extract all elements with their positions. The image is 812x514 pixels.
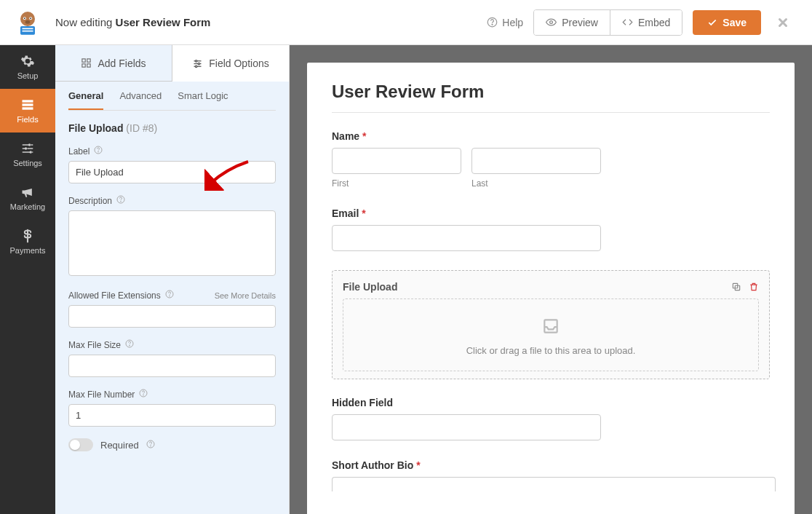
svg-point-35 bbox=[130, 345, 130, 346]
eye-icon bbox=[546, 17, 557, 28]
svg-point-11 bbox=[550, 21, 553, 24]
check-icon bbox=[707, 17, 717, 28]
svg-point-33 bbox=[169, 296, 170, 296]
label-text: Max File Size bbox=[68, 340, 121, 350]
help-icon[interactable] bbox=[165, 290, 174, 301]
last-name-input[interactable] bbox=[471, 148, 601, 174]
svg-point-27 bbox=[196, 66, 198, 68]
grid-icon bbox=[81, 58, 92, 68]
sidenav-label: Payments bbox=[10, 246, 46, 255]
left-panel: Add Fields Field Options General Advance… bbox=[55, 45, 290, 514]
sublabel-last: Last bbox=[471, 178, 601, 189]
svg-point-31 bbox=[121, 201, 122, 202]
sidenav-item-payments[interactable]: Payments bbox=[0, 220, 55, 264]
sidenav-item-setup[interactable]: Setup bbox=[0, 45, 55, 89]
svg-rect-18 bbox=[82, 59, 85, 62]
field-label: Email * bbox=[332, 207, 770, 219]
svg-rect-12 bbox=[23, 100, 33, 102]
sublabel-first: First bbox=[332, 178, 461, 189]
field-file-upload-selected[interactable]: File Upload Click or drag a file to this… bbox=[332, 270, 770, 379]
preview-button[interactable]: Preview bbox=[534, 10, 610, 35]
tab-label: Add Fields bbox=[97, 58, 146, 69]
svg-point-17 bbox=[30, 151, 32, 153]
sidenav-item-settings[interactable]: Settings bbox=[0, 133, 55, 176]
save-button[interactable]: Save bbox=[693, 10, 761, 35]
help-icon[interactable] bbox=[94, 146, 103, 157]
field-label: Name * bbox=[332, 130, 770, 142]
extensions-input[interactable] bbox=[68, 305, 276, 328]
topbar: Now editing User Review Form Help Previe… bbox=[0, 0, 812, 45]
sidenav-label: Marketing bbox=[10, 202, 45, 211]
svg-rect-14 bbox=[23, 107, 33, 109]
description-input[interactable] bbox=[68, 210, 276, 276]
field-actions bbox=[731, 282, 759, 292]
svg-rect-7 bbox=[23, 28, 33, 29]
help-link[interactable]: Help bbox=[487, 17, 523, 28]
trash-icon[interactable] bbox=[749, 282, 759, 292]
panel-tabs: Add Fields Field Options bbox=[55, 45, 289, 82]
subtab-advanced[interactable]: Advanced bbox=[119, 90, 162, 110]
row-max-size: Max File Size bbox=[68, 339, 276, 377]
label-text: Max File Number bbox=[68, 390, 135, 400]
svg-point-16 bbox=[25, 147, 27, 149]
svg-rect-13 bbox=[23, 103, 33, 106]
field-subtabs: General Advanced Smart Logic bbox=[55, 82, 289, 110]
subtab-smart-logic[interactable]: Smart Logic bbox=[178, 90, 228, 110]
editing-prefix: Now editing bbox=[55, 16, 116, 28]
field-type-name: File Upload bbox=[68, 122, 123, 134]
upload-dropzone[interactable]: Click or drag a file to this area to upl… bbox=[343, 298, 759, 371]
field-name[interactable]: Name * First Last bbox=[332, 130, 770, 189]
field-short-bio[interactable]: Short Author Bio * bbox=[332, 459, 770, 491]
svg-point-3 bbox=[24, 17, 25, 19]
svg-point-26 bbox=[198, 63, 200, 65]
editing-title: Now editing User Review Form bbox=[55, 16, 210, 28]
svg-rect-21 bbox=[87, 64, 90, 67]
sidenav: Setup Fields Settings Marketing Payments bbox=[0, 45, 55, 514]
required-label: Required bbox=[100, 440, 139, 451]
svg-point-0 bbox=[20, 12, 35, 26]
embed-button[interactable]: Embed bbox=[610, 10, 682, 35]
help-icon[interactable] bbox=[139, 389, 148, 400]
svg-point-10 bbox=[492, 24, 493, 25]
tab-label: Field Options bbox=[209, 58, 268, 69]
bullhorn-icon bbox=[20, 185, 35, 199]
first-name-input[interactable] bbox=[332, 148, 461, 174]
help-icon[interactable] bbox=[116, 195, 125, 206]
subtab-general[interactable]: General bbox=[68, 90, 103, 110]
field-hidden[interactable]: Hidden Field bbox=[332, 397, 770, 440]
help-label: Help bbox=[502, 17, 523, 28]
panel-body: File Upload (ID #8) Label Description bbox=[55, 111, 289, 514]
form-canvas: User Review Form Name * First Last bbox=[290, 45, 812, 514]
form-icon bbox=[20, 98, 35, 112]
svg-rect-8 bbox=[23, 30, 33, 31]
help-icon[interactable] bbox=[125, 339, 134, 350]
field-id: (ID #8) bbox=[126, 122, 157, 134]
tab-add-fields[interactable]: Add Fields bbox=[55, 45, 172, 82]
email-input[interactable] bbox=[332, 225, 601, 251]
close-button[interactable] bbox=[767, 16, 799, 29]
form-card: User Review Form Name * First Last bbox=[307, 63, 795, 514]
row-extensions: Allowed File Extensions See More Details bbox=[68, 290, 276, 328]
field-email[interactable]: Email * bbox=[332, 207, 770, 251]
label-input[interactable] bbox=[68, 161, 276, 183]
see-more-details-link[interactable]: See More Details bbox=[215, 291, 276, 300]
sliders-icon bbox=[192, 58, 203, 69]
svg-point-15 bbox=[28, 143, 31, 146]
tab-field-options[interactable]: Field Options bbox=[172, 45, 289, 82]
bio-input[interactable] bbox=[332, 477, 776, 491]
row-required: Required bbox=[68, 438, 276, 451]
required-toggle[interactable] bbox=[68, 438, 93, 451]
sidenav-item-fields[interactable]: Fields bbox=[0, 89, 55, 133]
sidenav-item-marketing[interactable]: Marketing bbox=[0, 176, 55, 220]
required-asterisk: * bbox=[362, 130, 366, 142]
hidden-input[interactable] bbox=[332, 414, 601, 440]
preview-embed-group: Preview Embed bbox=[533, 9, 682, 36]
duplicate-icon[interactable] bbox=[731, 282, 741, 292]
max-number-input[interactable] bbox=[68, 404, 276, 427]
embed-label: Embed bbox=[638, 17, 670, 28]
svg-point-37 bbox=[143, 395, 144, 395]
sidenav-label: Fields bbox=[17, 115, 38, 124]
max-size-input[interactable] bbox=[68, 355, 276, 377]
help-icon[interactable] bbox=[146, 440, 155, 451]
gear-icon bbox=[20, 54, 35, 68]
